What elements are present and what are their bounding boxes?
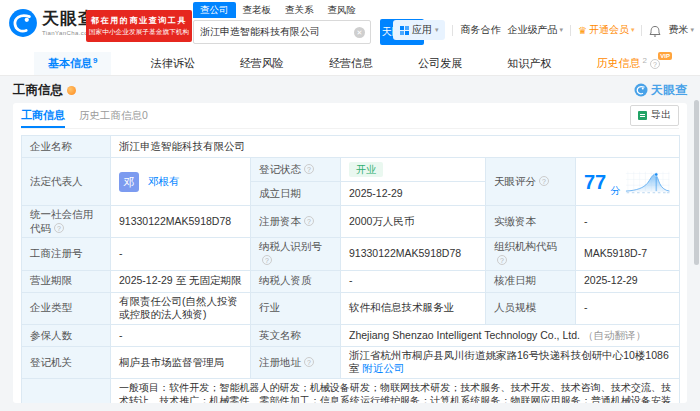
field-label-reg-status: 登记状态? bbox=[251, 158, 341, 182]
search-tabs: 查公司 查老板 查关系 查风险 bbox=[193, 2, 424, 18]
score-unit: 分 bbox=[610, 184, 620, 197]
help-icon[interactable]: ? bbox=[262, 255, 272, 265]
help-icon[interactable]: ? bbox=[304, 357, 314, 367]
field-value-business-scope: 一般项目：软件开发；智能机器人的研发；机械设备研发；物联网技术研发；技术服务、技… bbox=[111, 379, 680, 403]
help-icon[interactable]: ? bbox=[539, 176, 549, 186]
search-tab-relation[interactable]: 查关系 bbox=[278, 2, 321, 18]
business-info-table: 企业名称 浙江申造智能科技有限公司 法定代表人 邓 邓根有 登记状态? 开业 天… bbox=[21, 135, 680, 403]
vip-badge: VIP bbox=[658, 52, 672, 60]
search-input[interactable] bbox=[194, 21, 346, 43]
crown-icon: ♛ bbox=[578, 25, 587, 36]
legal-rep-avatar[interactable]: 邓 bbox=[119, 172, 139, 192]
tab-label: 公司发展 bbox=[418, 56, 462, 71]
tab-company-development[interactable]: 公司发展 bbox=[412, 52, 468, 75]
field-value-taxpayer-id: 91330122MAK5918D78 bbox=[341, 238, 486, 270]
tab-label: 基本信息 bbox=[48, 56, 92, 71]
open-vip-label: 开通会员 bbox=[589, 23, 629, 37]
field-label-score: 天眼评分? bbox=[486, 158, 576, 206]
bell-icon[interactable] bbox=[649, 24, 661, 37]
field-label-reg-number: 工商注册号 bbox=[22, 238, 111, 270]
field-value-english-name: Zhejiang Shenzao Intelligent Technology … bbox=[341, 324, 680, 346]
search-tab-risk[interactable]: 查风险 bbox=[321, 2, 364, 18]
search-input-wrap: ✕ bbox=[193, 20, 371, 44]
topbar: 天眼查 TianYanCha.com 都在用的商业查询工具 国家中小企业发展子基… bbox=[0, 0, 700, 52]
card-tabs: 工商信息 历史工商信息0 导出 bbox=[21, 107, 679, 129]
field-label-org-code: 组织机构代码? bbox=[486, 238, 576, 270]
promo-banner[interactable]: 都在用的商业查询工具 国家中小企业发展子基金旗下机构 bbox=[86, 10, 192, 42]
field-value-company-type: 有限责任公司(自然人投资或控股的法人独资) bbox=[111, 292, 251, 324]
tianyancha-watermark: 天眼查 bbox=[634, 82, 687, 99]
field-value-legal-rep: 邓 邓根有 bbox=[111, 158, 251, 206]
open-vip-link[interactable]: ♛ 开通会员 ▾ bbox=[578, 23, 634, 37]
hot-icon bbox=[67, 86, 76, 95]
enterprise-products-link[interactable]: 企业级产品 ▾ bbox=[507, 23, 563, 37]
field-value-staff-size: - bbox=[576, 292, 680, 324]
field-value-reg-number: - bbox=[111, 238, 251, 270]
field-label-industry: 行业 bbox=[251, 292, 341, 324]
section-header: 工商信息 天眼查 bbox=[13, 81, 687, 99]
nearby-companies-link[interactable]: 附近公司 bbox=[362, 362, 404, 374]
help-icon[interactable]: ? bbox=[54, 223, 64, 233]
field-label-business-term: 营业期限 bbox=[22, 270, 111, 292]
chevron-down-icon: ▾ bbox=[559, 26, 563, 34]
field-label-company-type: 企业类型 bbox=[22, 292, 111, 324]
tab-label: 历史信息 bbox=[596, 56, 640, 71]
help-icon[interactable]: ? bbox=[497, 255, 507, 265]
user-menu[interactable]: 费米 ▾ bbox=[668, 23, 694, 37]
apps-label: 应用 bbox=[412, 23, 432, 37]
tab-legal-litigation[interactable]: 法律诉讼 bbox=[145, 52, 201, 75]
tab-history-info[interactable]: VIP 历史信息 2 ? bbox=[590, 52, 665, 75]
apps-menu[interactable]: 应用 ▾ bbox=[393, 20, 446, 40]
tab-operation-risk[interactable]: 经营风险 bbox=[234, 52, 290, 75]
tianyancha-logo-icon bbox=[8, 8, 38, 38]
subtab-history-business-info[interactable]: 历史工商信息0 bbox=[79, 109, 148, 128]
help-icon[interactable]: ? bbox=[650, 59, 660, 69]
help-icon[interactable]: ? bbox=[304, 164, 314, 174]
top-menu: 应用 ▾ 商务合作 企业级产品 ▾ ♛ 开通会员 ▾ 费米 ▾ bbox=[393, 20, 694, 40]
user-name: 费米 bbox=[668, 23, 688, 37]
tab-label: 经营风险 bbox=[240, 56, 284, 71]
section-title: 工商信息 bbox=[13, 82, 63, 99]
status-badge: 开业 bbox=[349, 162, 383, 177]
page-body: 工商信息 天眼查 工商信息 历史工商信息0 导出 企业名称 bbox=[0, 76, 700, 411]
field-label-credit-code: 统一社会信用代码? bbox=[22, 206, 111, 238]
tab-label: 经营信息 bbox=[329, 56, 373, 71]
cooperation-link[interactable]: 商务合作 bbox=[460, 23, 500, 37]
field-value-business-term: 2025-12-29 至 无固定期限 bbox=[111, 270, 251, 292]
subtab-label: 历史工商信息 bbox=[79, 109, 142, 121]
tab-operation-info[interactable]: 经营信息 bbox=[323, 52, 379, 75]
field-label-reg-capital: 注册资本? bbox=[251, 206, 341, 238]
divider bbox=[570, 25, 571, 36]
tab-label: 法律诉讼 bbox=[151, 56, 195, 71]
field-value-reg-capital: 2000万人民币 bbox=[341, 206, 486, 238]
scrollbar-thumb[interactable] bbox=[694, 100, 699, 265]
export-label: 导出 bbox=[651, 108, 671, 122]
field-value-paid-capital: - bbox=[576, 206, 680, 238]
tianyancha-logo[interactable]: 天眼查 TianYanCha.com bbox=[8, 8, 96, 38]
score-distribution-chart bbox=[624, 164, 671, 200]
legal-rep-link[interactable]: 邓根有 bbox=[148, 174, 180, 186]
tianyancha-watermark-icon bbox=[634, 83, 648, 97]
apps-grid-icon bbox=[400, 26, 409, 35]
export-button[interactable]: 导出 bbox=[630, 105, 679, 126]
field-value-org-code: MAK5918D-7 bbox=[576, 238, 680, 270]
subtab-business-info[interactable]: 工商信息 bbox=[21, 108, 65, 128]
field-value-approval-date: 2025-12-29 bbox=[576, 270, 680, 292]
tab-count: 2 bbox=[642, 56, 646, 65]
field-label-legal-rep: 法定代表人 bbox=[22, 158, 111, 206]
field-label-insured: 参保人数 bbox=[22, 324, 111, 346]
search-tab-company[interactable]: 查公司 bbox=[193, 2, 236, 18]
help-icon[interactable]: ? bbox=[304, 216, 314, 226]
promo-banner-line1: 都在用的商业查询工具 bbox=[91, 15, 187, 26]
tab-intellectual-property[interactable]: 知识产权 bbox=[501, 52, 557, 75]
search-tab-boss[interactable]: 查老板 bbox=[236, 2, 279, 18]
clear-icon[interactable]: ✕ bbox=[354, 27, 365, 38]
watermark-text: 天眼查 bbox=[651, 82, 687, 99]
field-label-taxpayer-quality: 纳税人资质 bbox=[251, 270, 341, 292]
chevron-down-icon: ▾ bbox=[435, 26, 439, 34]
field-label-paid-capital: 实缴资本 bbox=[486, 206, 576, 238]
field-value-reg-authority: 桐庐县市场监督管理局 bbox=[111, 346, 251, 378]
tab-basic-info[interactable]: 基本信息 9 bbox=[34, 52, 111, 75]
field-label-establish-date: 成立日期 bbox=[251, 182, 341, 206]
field-value-establish-date: 2025-12-29 bbox=[341, 182, 486, 206]
